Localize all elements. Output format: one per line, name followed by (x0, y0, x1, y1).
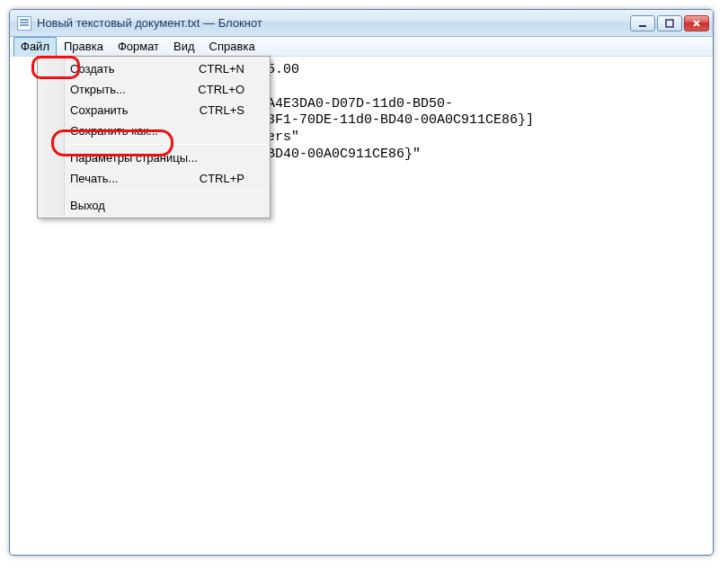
minimize-button[interactable] (630, 15, 655, 31)
menu-item-shortcut: CTRL+N (199, 62, 244, 76)
menu-item-label: Сохранить как... (70, 124, 158, 138)
file-menu-dropdown: Создать CTRL+N Открыть... CTRL+O Сохрани… (37, 56, 271, 218)
menu-item-label: Параметры страницы... (70, 151, 198, 165)
window-controls (630, 15, 709, 31)
menu-file[interactable]: Файл (13, 37, 57, 56)
menu-help[interactable]: Справка (202, 37, 262, 56)
menu-item-label: Открыть... (70, 83, 126, 96)
menu-item-label: Выход (70, 199, 105, 212)
menubar: Файл Правка Формат Вид Справка (10, 37, 713, 57)
menu-item-label: Создать (70, 62, 114, 76)
notepad-icon (17, 16, 31, 31)
menu-view[interactable]: Вид (166, 37, 202, 56)
window-title: Новый текстовый документ.txt — Блокнот (37, 16, 630, 30)
menu-item-save[interactable]: Сохранить CTRL+S (40, 100, 268, 120)
menu-item-shortcut: CTRL+P (200, 172, 244, 185)
menu-item-page-setup[interactable]: Параметры страницы... (40, 147, 268, 168)
close-button[interactable] (684, 15, 709, 31)
menu-edit[interactable]: Правка (57, 37, 111, 56)
menu-item-shortcut: CTRL+S (200, 103, 244, 117)
menu-separator (67, 192, 266, 192)
notepad-window: Новый текстовый документ.txt — Блокнот Ф… (9, 9, 714, 556)
menu-item-open[interactable]: Открыть... CTRL+O (40, 79, 268, 100)
menu-item-shortcut: CTRL+O (198, 83, 244, 96)
menu-separator (67, 144, 266, 145)
menu-item-exit[interactable]: Выход (40, 195, 268, 216)
titlebar[interactable]: Новый текстовый документ.txt — Блокнот (10, 10, 713, 37)
menu-format[interactable]: Формат (111, 37, 166, 56)
menu-item-save-as[interactable]: Сохранить как... (40, 120, 268, 141)
menu-item-label: Сохранить (70, 103, 129, 117)
svg-rect-0 (639, 25, 646, 27)
menu-item-new[interactable]: Создать CTRL+N (40, 58, 268, 79)
svg-rect-1 (666, 20, 673, 27)
maximize-button[interactable] (657, 15, 682, 31)
menu-item-label: Печать... (70, 172, 118, 185)
menu-item-print[interactable]: Печать... CTRL+P (40, 168, 268, 189)
